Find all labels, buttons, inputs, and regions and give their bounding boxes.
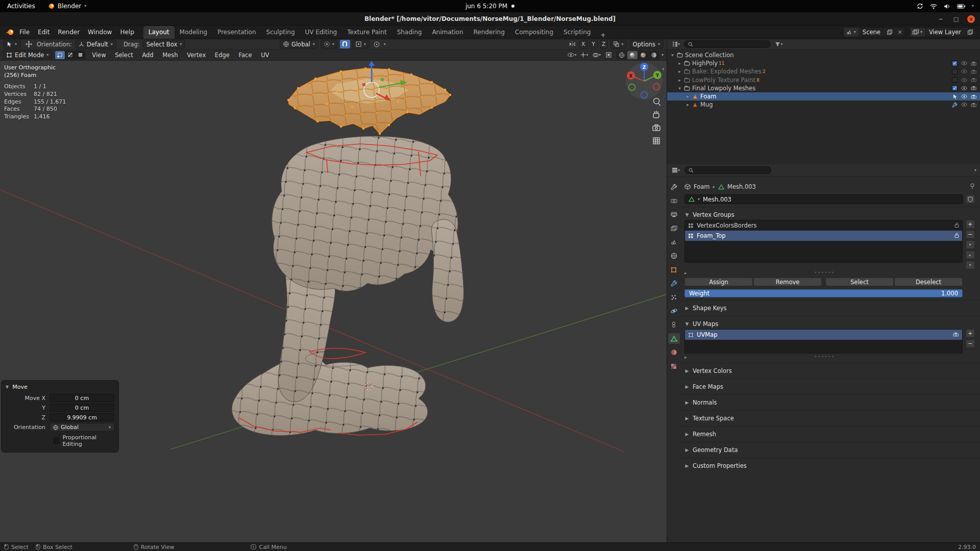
- active-tool-selector[interactable]: ▾: [3, 40, 20, 48]
- render-camera-icon[interactable]: [971, 94, 977, 99]
- options-dropdown[interactable]: Options ▾: [629, 40, 664, 48]
- outliner-row-bake-exploded[interactable]: ▸ Bake: Exploded Meshes 2: [667, 67, 980, 76]
- vertex-group-item[interactable]: VertexColorsBorders: [685, 220, 962, 231]
- tab-shading[interactable]: Shading: [392, 26, 427, 39]
- disclosure-triangle[interactable]: ▸: [684, 94, 691, 99]
- tab-modifier-properties[interactable]: [668, 278, 680, 289]
- mug-mesh-object[interactable]: [232, 136, 463, 436]
- menu-edit[interactable]: Edit: [34, 29, 54, 36]
- orientation-dropdown[interactable]: Default ▾: [75, 40, 116, 48]
- menu-view[interactable]: View: [88, 52, 109, 59]
- outliner-row-foam[interactable]: ▸ ▲ Foam: [667, 92, 980, 101]
- hide-eye-icon[interactable]: [961, 69, 967, 73]
- edge-select-button[interactable]: [65, 51, 75, 59]
- mode-selector[interactable]: Edit Mode ▾: [3, 51, 52, 59]
- render-camera-icon[interactable]: [971, 61, 977, 66]
- shape-keys-panel-header[interactable]: ▶ Shape Keys: [684, 303, 975, 313]
- rendered-shading-button[interactable]: [649, 51, 659, 59]
- tab-compositing[interactable]: Compositing: [510, 26, 558, 39]
- tab-scene-properties[interactable]: [668, 237, 680, 247]
- menu-help[interactable]: Help: [116, 29, 138, 36]
- xray-toggle[interactable]: [604, 51, 614, 59]
- disclosure-triangle[interactable]: ▸: [676, 78, 683, 83]
- disclosure-triangle[interactable]: ▾: [676, 86, 683, 91]
- solid-shading-button[interactable]: [627, 51, 638, 59]
- add-vertex-group-button[interactable]: +: [966, 220, 975, 229]
- tab-rendering[interactable]: Rendering: [469, 26, 510, 39]
- app-menu[interactable]: Blender ▾: [42, 3, 92, 10]
- move-y-field[interactable]: 0 cm: [50, 404, 114, 412]
- lock-button[interactable]: [954, 222, 959, 229]
- hide-eye-icon[interactable]: [961, 61, 967, 65]
- tab-texture-properties[interactable]: [668, 361, 680, 371]
- maximize-button[interactable]: ▢: [952, 15, 960, 23]
- menu-face[interactable]: Face: [235, 52, 255, 59]
- tab-sculpting[interactable]: Sculpting: [261, 26, 300, 39]
- menu-window[interactable]: Window: [84, 29, 116, 36]
- menu-select[interactable]: Select: [111, 52, 136, 59]
- normals-panel-header[interactable]: ▶Normals: [684, 397, 975, 408]
- activities-button[interactable]: Activities: [0, 3, 42, 10]
- foam-mesh-object[interactable]: [287, 67, 451, 135]
- vertex-groups-panel-header[interactable]: ▼ Vertex Groups: [684, 210, 975, 220]
- view-layer-browse-button[interactable]: ▾: [910, 28, 925, 37]
- tab-world-properties[interactable]: [668, 251, 680, 261]
- disclosure-triangle[interactable]: ▾: [669, 53, 676, 58]
- tab-particle-properties[interactable]: [668, 292, 680, 303]
- disclosure-triangle[interactable]: ▸: [676, 61, 683, 66]
- move-tool-icon[interactable]: [23, 40, 34, 48]
- tab-object-data-properties[interactable]: [668, 333, 680, 344]
- tab-output-properties[interactable]: [668, 209, 680, 220]
- assign-button[interactable]: Assign: [684, 278, 753, 286]
- panel-expand-triangle[interactable]: ▼: [684, 212, 690, 217]
- tab-layout[interactable]: Layout: [143, 26, 175, 39]
- view-layer-selector[interactable]: ▾ View Layer: [910, 27, 976, 37]
- chevron-down-icon[interactable]: ▾: [974, 168, 976, 172]
- uv-maps-panel-header[interactable]: ▼ UV Maps: [684, 319, 975, 329]
- remove-button[interactable]: Remove: [753, 278, 822, 286]
- gizmos-dropdown[interactable]: ▾: [579, 51, 590, 59]
- vertex-group-specials-dropdown[interactable]: ▾: [966, 240, 975, 249]
- exclude-checkbox[interactable]: [952, 69, 958, 74]
- exclude-checkbox[interactable]: [952, 77, 958, 83]
- move-group-down-button[interactable]: ▾: [966, 261, 975, 269]
- add-uv-map-button[interactable]: +: [966, 329, 975, 338]
- overlays-dropdown[interactable]: ▾: [592, 51, 602, 59]
- scene-selector[interactable]: ▾ Scene ×: [843, 27, 905, 37]
- pan-hand-button[interactable]: [653, 111, 659, 118]
- move-operator-panel[interactable]: ▼ Move Move X 0 cm Y 0 cm Z 9.9909 cm Or…: [1, 380, 119, 453]
- lock-button[interactable]: [954, 232, 959, 239]
- gizmo-center-circle[interactable]: [364, 82, 379, 97]
- add-workspace-button[interactable]: +: [596, 32, 610, 39]
- texture-space-panel-header[interactable]: ▶Texture Space: [684, 413, 975, 423]
- remesh-panel-header[interactable]: ▶Remesh: [684, 429, 975, 439]
- render-camera-icon[interactable]: [971, 103, 977, 107]
- axis-y-neg-ball[interactable]: [629, 84, 635, 91]
- hide-eye-icon[interactable]: [961, 86, 967, 90]
- clock[interactable]: jun 6 5:20 PM: [465, 3, 514, 10]
- blender-logo-icon[interactable]: [5, 29, 14, 36]
- list-resize-grip[interactable]: ••••••: [687, 270, 963, 275]
- toggle-ortho-button[interactable]: [653, 138, 659, 144]
- tab-texture-paint[interactable]: Texture Paint: [342, 26, 391, 39]
- window-titlebar[interactable]: Blender* [/home/vitor/Documents/NorseMug…: [0, 12, 980, 26]
- deselect-button[interactable]: Deselect: [894, 278, 963, 286]
- camera-view-button[interactable]: [653, 125, 660, 131]
- gizmo-plane-handle[interactable]: [362, 83, 365, 86]
- transform-orientation-dropdown[interactable]: Global ▾: [280, 40, 318, 48]
- outliner-row-mug[interactable]: ▸ ▲ Mug: [667, 101, 980, 109]
- move-orientation-dropdown[interactable]: Global ▾: [50, 423, 114, 432]
- menu-add[interactable]: Add: [138, 52, 157, 59]
- axis-z-neg-ball[interactable]: [641, 92, 648, 98]
- panel-expand-triangle[interactable]: ▼: [684, 321, 690, 327]
- mirror-y-button[interactable]: Y: [590, 40, 598, 48]
- shading-dropdown[interactable]: ▾: [662, 53, 664, 57]
- mirror-icon[interactable]: [567, 40, 577, 48]
- new-scene-button[interactable]: [885, 30, 895, 35]
- zoom-button[interactable]: [654, 98, 661, 106]
- move-z-field[interactable]: 9.9909 cm: [50, 413, 114, 421]
- render-camera-icon[interactable]: [971, 86, 977, 90]
- axis-x-neg-ball[interactable]: [653, 84, 660, 90]
- vertex-select-button[interactable]: [55, 51, 65, 59]
- snap-toggle[interactable]: [340, 40, 350, 48]
